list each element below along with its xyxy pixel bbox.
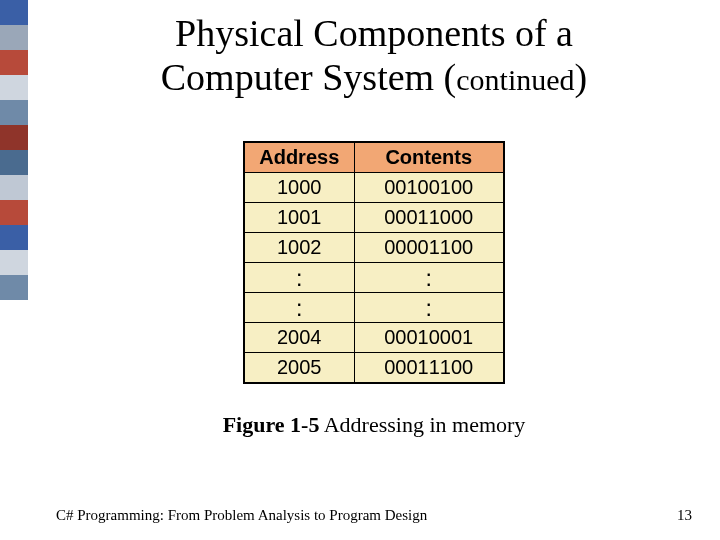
figure-caption: Figure 1-5 Addressing in memory (28, 412, 720, 438)
figure-label: Figure 1-5 (223, 412, 320, 437)
cell-address: 2005 (244, 353, 354, 384)
table-row: 1002 00001100 (244, 233, 504, 263)
title-line1: Physical Components of a (175, 12, 573, 54)
table-row: 2005 00011100 (244, 353, 504, 384)
table-row-ellipsis: .. .. (244, 263, 504, 293)
title-line2a: Computer System ( (161, 56, 457, 98)
cell-contents: 00010001 (354, 323, 504, 353)
table-row: 2004 00010001 (244, 323, 504, 353)
table-row-ellipsis: .. .. (244, 293, 504, 323)
cell-contents: 00011000 (354, 203, 504, 233)
header-contents: Contents (354, 142, 504, 173)
figure-caption-text: Addressing in memory (319, 412, 525, 437)
cell-address: 2004 (244, 323, 354, 353)
cell-ellipsis: .. (244, 263, 354, 293)
memory-table: Address Contents 1000 00100100 1001 0001… (243, 141, 505, 384)
cell-ellipsis: .. (354, 293, 504, 323)
cell-contents: 00100100 (354, 173, 504, 203)
slide-footer: C# Programming: From Problem Analysis to… (28, 507, 720, 524)
footer-book-title: C# Programming: From Problem Analysis to… (56, 507, 427, 524)
figure-wrapper: Address Contents 1000 00100100 1001 0001… (28, 141, 720, 384)
cell-address: 1001 (244, 203, 354, 233)
table-row: 1000 00100100 (244, 173, 504, 203)
cell-ellipsis: .. (244, 293, 354, 323)
title-continued: continued (456, 63, 574, 96)
slide-title: Physical Components of a Computer System… (28, 0, 720, 105)
memory-table-body: 1000 00100100 1001 00011000 1002 0000110… (244, 173, 504, 384)
decorative-left-strip (0, 0, 28, 300)
header-address: Address (244, 142, 354, 173)
title-line2c: ) (575, 56, 588, 98)
cell-address: 1000 (244, 173, 354, 203)
table-row: 1001 00011000 (244, 203, 504, 233)
cell-contents: 00011100 (354, 353, 504, 384)
cell-ellipsis: .. (354, 263, 504, 293)
footer-page-number: 13 (677, 507, 692, 524)
slide-body: Physical Components of a Computer System… (28, 0, 720, 540)
cell-contents: 00001100 (354, 233, 504, 263)
cell-address: 1002 (244, 233, 354, 263)
